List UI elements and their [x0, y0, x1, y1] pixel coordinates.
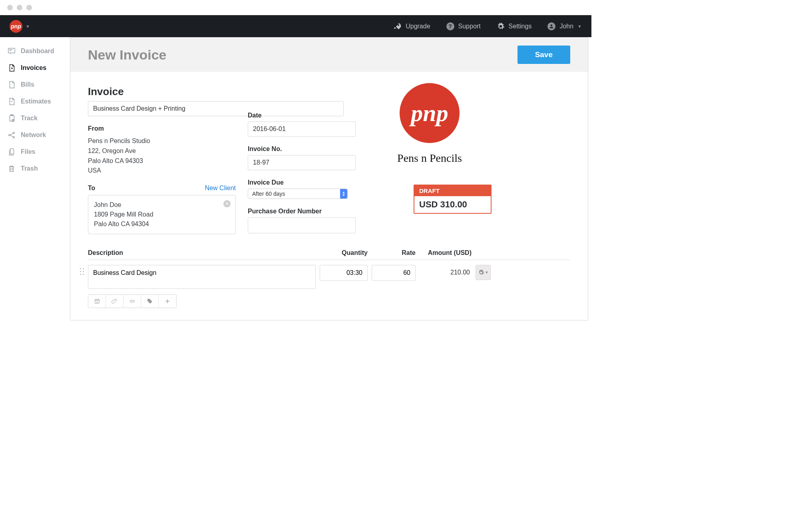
- sidebar-item-label: Estimates: [21, 98, 51, 105]
- chevron-down-icon: ▼: [26, 24, 30, 29]
- from-country: USA: [88, 166, 236, 176]
- to-client-box[interactable]: ✕ John Doe 1809 Page Mill Road Palo Alto…: [88, 195, 236, 234]
- trash-icon: [7, 164, 16, 173]
- right-column: pnp Pens n Pencils DRAFT USD 310.00: [368, 85, 492, 234]
- nav-user-menu[interactable]: John ▼: [547, 22, 582, 30]
- item-link-button[interactable]: [123, 295, 141, 308]
- due-select-value: After 60 days: [248, 189, 348, 199]
- item-rate-input[interactable]: [372, 265, 416, 281]
- status-badge: DRAFT: [414, 185, 491, 196]
- sidebar-item-label: Bills: [21, 81, 34, 88]
- item-tag-button[interactable]: [141, 295, 159, 308]
- item-quantity-input[interactable]: [320, 265, 368, 281]
- line-items-header: Description Quantity Rate Amount (USD): [88, 246, 570, 260]
- chevron-down-icon: ▼: [577, 24, 582, 29]
- item-date-button[interactable]: 31: [88, 295, 106, 308]
- rocket-icon: [394, 22, 402, 30]
- panel-header: New Invoice Save: [70, 38, 588, 72]
- sidebar-item-label: Network: [21, 131, 46, 139]
- sidebar-item-label: Trash: [21, 165, 38, 172]
- sidebar-item-files[interactable]: Files: [4, 143, 70, 160]
- titlebar: [0, 0, 591, 15]
- from-city: Palo Alto CA 94303: [88, 156, 236, 166]
- from-label: From: [88, 125, 236, 132]
- item-toolbar: 31: [88, 294, 177, 308]
- main-layout: Dashboard Invoices Bills Estimates Track…: [0, 37, 591, 320]
- line-items: Description Quantity Rate Amount (USD) 3…: [70, 246, 588, 320]
- app-window: pnp ▼ Upgrade ? Support Settings John ▼ …: [0, 0, 591, 320]
- nav-support[interactable]: ? Support: [446, 22, 481, 30]
- gear-icon: [497, 22, 505, 30]
- nav-settings[interactable]: Settings: [497, 22, 532, 30]
- to-name: John Doe: [94, 200, 230, 210]
- sidebar-item-bills[interactable]: Bills: [4, 76, 70, 93]
- from-address: Pens n Pencils Studio 122, Oregon Ave Pa…: [88, 136, 236, 176]
- col-rate: Rate: [372, 249, 416, 256]
- brand-logo-large-icon: pnp: [400, 83, 460, 143]
- dashboard-icon: [7, 47, 16, 56]
- to-city: Palo Alto CA 94304: [94, 219, 230, 229]
- drag-handle-icon[interactable]: [80, 268, 84, 275]
- gear-icon: [478, 269, 484, 276]
- due-label: Invoice Due: [248, 179, 356, 186]
- sidebar-item-label: Invoices: [21, 64, 46, 72]
- sidebar-item-dashboard[interactable]: Dashboard: [4, 43, 70, 60]
- to-label: To: [88, 185, 95, 192]
- nav-upgrade[interactable]: Upgrade: [394, 22, 430, 30]
- svg-point-4: [13, 132, 15, 134]
- sidebar-item-trash[interactable]: Trash: [4, 160, 70, 177]
- new-client-link[interactable]: New Client: [205, 185, 236, 192]
- invoice-panel: New Invoice Save Invoice From Pens n Pen…: [70, 37, 588, 320]
- status-box: DRAFT USD 310.00: [414, 185, 492, 214]
- plus-icon: [164, 298, 171, 304]
- status-amount: USD 310.00: [414, 196, 491, 213]
- brand-name: Pens n Pencils: [397, 152, 462, 165]
- brand-block: pnp Pens n Pencils: [368, 83, 492, 165]
- invoice-section-title: Invoice: [88, 85, 236, 98]
- sidebar-item-estimates[interactable]: Estimates: [4, 93, 70, 110]
- chevron-down-icon: ▼: [485, 270, 489, 274]
- estimates-icon: [7, 97, 16, 106]
- po-label: Purchase Order Number: [248, 208, 356, 215]
- bills-icon: [7, 80, 16, 89]
- item-add-button[interactable]: [159, 295, 176, 308]
- sidebar: Dashboard Invoices Bills Estimates Track…: [0, 37, 70, 320]
- paperclip-icon: [111, 298, 118, 304]
- item-amount: 210.00: [420, 265, 472, 276]
- invno-input[interactable]: [248, 155, 356, 170]
- po-input[interactable]: [248, 217, 356, 233]
- to-street: 1809 Page Mill Road: [94, 210, 230, 219]
- network-icon: [7, 131, 16, 139]
- minimize-window-icon[interactable]: [17, 5, 22, 10]
- svg-point-5: [13, 137, 15, 138]
- sidebar-item-label: Dashboard: [21, 48, 54, 55]
- tag-icon: [147, 298, 153, 304]
- sidebar-item-invoices[interactable]: Invoices: [4, 60, 70, 76]
- col-quantity: Quantity: [320, 249, 368, 256]
- item-description-input[interactable]: [88, 265, 316, 289]
- date-input[interactable]: [248, 121, 356, 137]
- sidebar-item-track[interactable]: Track: [4, 110, 70, 127]
- svg-text:31: 31: [96, 301, 98, 303]
- due-select[interactable]: After 60 days ▲▼: [248, 189, 348, 199]
- link-icon: [129, 298, 135, 304]
- col-amount: Amount (USD): [420, 249, 472, 256]
- from-name: Pens n Pencils Studio: [88, 136, 236, 146]
- maximize-window-icon[interactable]: [26, 5, 32, 10]
- brand-menu[interactable]: pnp ▼: [10, 20, 30, 33]
- page-title: New Invoice: [88, 47, 167, 63]
- close-window-icon[interactable]: [7, 5, 13, 10]
- item-attach-button[interactable]: [106, 295, 123, 308]
- files-icon: [7, 147, 16, 156]
- line-item-row: 31 210.00 ▼: [88, 260, 570, 308]
- invoice-icon: [7, 64, 16, 72]
- sidebar-item-network[interactable]: Network: [4, 127, 70, 143]
- date-label: Date: [248, 112, 356, 119]
- col-description: Description: [88, 249, 316, 256]
- item-settings-button[interactable]: ▼: [476, 265, 491, 280]
- middle-column: Date Invoice No. Invoice Due After 60 da…: [248, 85, 356, 234]
- track-icon: [7, 114, 16, 123]
- top-nav: pnp ▼ Upgrade ? Support Settings John ▼: [0, 15, 591, 37]
- save-button[interactable]: Save: [517, 46, 570, 64]
- user-avatar-icon: [547, 22, 555, 30]
